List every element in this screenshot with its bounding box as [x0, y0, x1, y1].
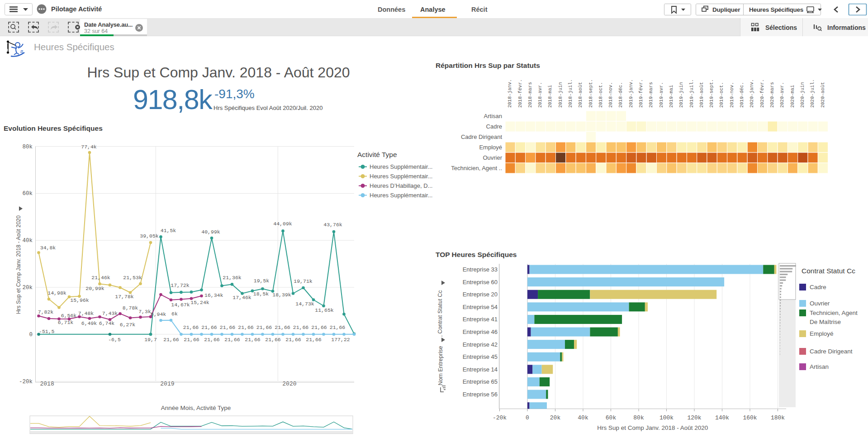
svg-text:8,78k: 8,78k: [123, 305, 138, 311]
svg-text:Cadre: Cadre: [486, 123, 502, 130]
svg-text:2020-janv.: 2020-janv.: [749, 79, 754, 108]
svg-text:Heures Spécifiques: Heures Spécifiques: [749, 6, 803, 13]
svg-text:Artisan: Artisan: [484, 113, 502, 119]
svg-text:Ouvrier: Ouvrier: [483, 154, 502, 161]
svg-text:6,74k: 6,74k: [99, 320, 115, 326]
svg-text:80k: 80k: [633, 414, 644, 421]
svg-text:Heures Supplémentair...: Heures Supplémentair...: [370, 173, 432, 180]
svg-text:Entreprise 14: Entreprise 14: [463, 366, 498, 373]
svg-text:7,43k: 7,43k: [102, 310, 118, 316]
svg-text:Entreprise 60: Entreprise 60: [463, 279, 498, 286]
svg-text:18,39k: 18,39k: [272, 292, 291, 298]
svg-text:Employé: Employé: [810, 330, 834, 337]
svg-text:2018-déc.: 2018-déc.: [618, 82, 623, 108]
svg-text:21,66: 21,66: [184, 337, 199, 343]
svg-text:15,24k: 15,24k: [190, 300, 209, 305]
svg-text:-51,5: -51,5: [39, 328, 55, 334]
svg-text:21,66: 21,66: [265, 337, 281, 343]
svg-text:44,09k: 44,09k: [273, 221, 292, 227]
svg-text:80k: 80k: [22, 144, 33, 150]
svg-text:Ouvrier: Ouvrier: [810, 300, 830, 307]
svg-text:2019-janv.: 2019-janv.: [628, 79, 634, 108]
svg-text:2020-févr.: 2020-févr.: [759, 79, 765, 108]
svg-text:6,49k: 6,49k: [81, 320, 97, 326]
svg-text:6k: 6k: [171, 311, 178, 317]
svg-text:Hrs Sup et Comp Janv. 2018 - A: Hrs Sup et Comp Janv. 2018 - Août 2020: [15, 215, 22, 314]
svg-text:, Contrat Statut Cc: , Contrat Statut Cc: [437, 290, 443, 337]
svg-text:0: 0: [29, 332, 33, 338]
svg-text:77,4k: 77,4k: [81, 144, 97, 150]
svg-text:2018-juin: 2018-juin: [558, 82, 563, 108]
svg-text:Hrs Sup et Comp Janv. 2018 - A: Hrs Sup et Comp Janv. 2018 - Août 2020: [597, 424, 708, 431]
svg-text:20k: 20k: [550, 414, 561, 421]
svg-text:2018-mars: 2018-mars: [527, 82, 533, 108]
svg-text:120k: 120k: [687, 414, 701, 421]
svg-text:2019-avr.: 2019-avr.: [659, 82, 664, 108]
svg-text:Heures Supplémentair...: Heures Supplémentair...: [370, 163, 432, 170]
svg-text:140k: 140k: [715, 414, 729, 421]
svg-text:21,66: 21,66: [275, 324, 290, 330]
svg-text:2018-avr.: 2018-avr.: [537, 82, 543, 108]
svg-text:21,66: 21,66: [245, 337, 261, 343]
svg-text:2019-juin: 2019-juin: [678, 82, 684, 108]
svg-text:Cadre: Cadre: [810, 284, 826, 290]
svg-text:2019: 2019: [160, 381, 174, 387]
svg-text:21,66: 21,66: [163, 337, 179, 343]
svg-text:2020-juin: 2020-juin: [800, 82, 805, 108]
svg-text:19,7: 19,7: [144, 337, 157, 343]
svg-text:Contrat Statut Cc: Contrat Statut Cc: [802, 267, 855, 275]
svg-text:7,82k: 7,82k: [38, 309, 54, 315]
svg-text:Entreprise 42: Entreprise 42: [463, 341, 498, 348]
svg-text:16,34k: 16,34k: [204, 292, 223, 298]
svg-text:21,66: 21,66: [224, 337, 240, 343]
svg-text:40,99k: 40,99k: [201, 229, 220, 235]
svg-text:-20k: -20k: [19, 379, 33, 385]
svg-text:21,66: 21,66: [256, 324, 272, 330]
svg-text:Technicien, Agent: Technicien, Agent: [810, 309, 858, 316]
svg-text:2018-janv.: 2018-janv.: [507, 79, 512, 108]
svg-text:Entreprise 41: Entreprise 41: [463, 316, 498, 323]
svg-text:21,66: 21,66: [204, 337, 220, 343]
svg-text:Cadre Dirigeant: Cadre Dirigeant: [810, 348, 853, 355]
svg-text:Entreprise 54: Entreprise 54: [463, 304, 498, 310]
svg-text:21,66: 21,66: [238, 324, 254, 330]
svg-text:60k: 60k: [606, 414, 617, 421]
svg-text:21,66: 21,66: [330, 324, 346, 330]
svg-text:40k: 40k: [22, 238, 33, 244]
svg-text:-6,5: -6,5: [108, 337, 121, 343]
svg-text:2020-mai: 2020-mai: [790, 85, 795, 108]
svg-text:Cadre Dirigeant: Cadre Dirigeant: [461, 133, 502, 140]
svg-text:11,65k: 11,65k: [315, 307, 334, 313]
svg-text:Année Mois, Activité Type: Année Mois, Activité Type: [161, 405, 231, 411]
svg-text:17,72k: 17,72k: [171, 282, 190, 288]
svg-text:Entreprise 65: Entreprise 65: [463, 378, 498, 385]
svg-text:2018-sept.: 2018-sept.: [588, 79, 593, 108]
svg-text:2019-mars: 2019-mars: [648, 82, 654, 108]
svg-text:Entreprise 33: Entreprise 33: [463, 266, 498, 273]
svg-text:2019-mai: 2019-mai: [669, 85, 674, 108]
svg-text:6,71k: 6,71k: [58, 319, 74, 325]
svg-text:43,76k: 43,76k: [323, 222, 342, 228]
svg-text:19,71k: 19,71k: [294, 278, 313, 284]
svg-text:14,73k: 14,73k: [295, 301, 314, 307]
svg-text:Nom Entreprise: Nom Entreprise: [437, 346, 444, 386]
svg-text:Heures D’Habillage, D...: Heures D’Habillage, D...: [370, 182, 432, 189]
svg-text:177,22: 177,22: [331, 337, 350, 343]
svg-text:Dupliquer: Dupliquer: [712, 6, 740, 13]
svg-text:21,66: 21,66: [311, 324, 327, 330]
svg-text:2019-nov.: 2019-nov.: [729, 82, 735, 108]
svg-text:40k: 40k: [578, 414, 588, 421]
svg-text:Entreprise 45: Entreprise 45: [463, 353, 498, 360]
svg-text:17,78k: 17,78k: [115, 294, 134, 300]
svg-text:6,56k: 6,56k: [61, 313, 77, 319]
svg-text:60k: 60k: [22, 190, 33, 197]
svg-text:2020: 2020: [282, 381, 296, 387]
svg-text:2018-juil.: 2018-juil.: [568, 79, 573, 108]
svg-text:41,5k: 41,5k: [161, 228, 176, 233]
svg-text:2020-mars: 2020-mars: [769, 82, 775, 108]
svg-text:Artisan: Artisan: [810, 363, 829, 370]
svg-text:15,96k: 15,96k: [70, 297, 89, 303]
svg-text:Entreprise 56: Entreprise 56: [463, 391, 498, 398]
svg-text:2018-févr.: 2018-févr.: [517, 79, 523, 108]
svg-text:180k: 180k: [771, 414, 785, 421]
